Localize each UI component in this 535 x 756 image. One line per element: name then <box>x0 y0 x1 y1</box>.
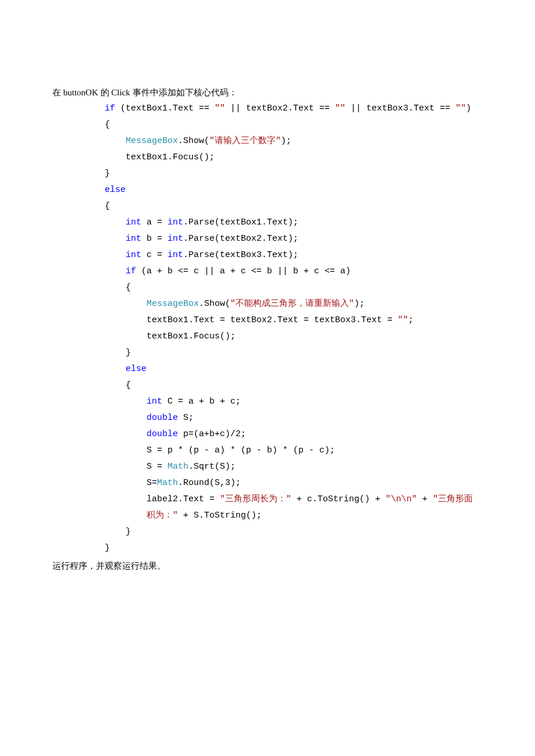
brace: { <box>105 201 110 211</box>
intro-suffix: 事件中添加如下核心代码： <box>133 88 237 97</box>
code-text: .Parse(textBox3.Text); <box>183 250 298 260</box>
code-block: if (textBox1.Text == "" || textBox2.Text… <box>105 101 483 557</box>
str: "" <box>455 104 466 113</box>
code-text: S; <box>178 413 194 423</box>
intro-mid1: 的 <box>101 88 112 97</box>
str: "不能构成三角形，请重新输入" <box>230 299 354 309</box>
kw-int: int <box>126 217 141 227</box>
intro-prefix: 在 <box>52 88 63 97</box>
kw-int: int <box>167 234 183 244</box>
intro-line: 在 buttonOK 的 Click 事件中添加如下核心代码： <box>52 84 483 101</box>
str: "" <box>215 104 225 113</box>
code-text: textBox1.Focus(); <box>105 331 236 341</box>
indent <box>105 234 126 244</box>
code-text: + <box>417 494 433 504</box>
kw-else: else <box>126 364 147 374</box>
code-text: textBox1.Text = textBox2.Text = textBox3… <box>105 315 398 325</box>
code-text: .Round(S,3); <box>178 478 241 488</box>
code-text: c = <box>141 250 167 260</box>
code-text: S = <box>105 462 167 472</box>
str: "" <box>335 104 345 113</box>
kw-if: if <box>105 104 115 113</box>
code-text: ); <box>354 299 365 309</box>
indent <box>105 136 126 146</box>
str: "三角形周长为：" <box>220 494 291 504</box>
kw-int: int <box>167 250 183 260</box>
code-text: || textBox3.Text == <box>345 104 455 113</box>
str: "" <box>398 315 408 325</box>
indent <box>105 413 147 423</box>
brace: { <box>105 380 131 390</box>
indent <box>105 397 147 406</box>
brace: } <box>105 169 110 179</box>
code-text: S = p * (p - a) * (p - b) * (p - c); <box>105 445 335 455</box>
indent <box>105 511 147 520</box>
type-math: Math <box>167 462 188 472</box>
kw-if: if <box>126 266 136 276</box>
brace: } <box>105 527 131 537</box>
code-text: ; <box>408 315 413 325</box>
indent <box>105 217 126 227</box>
code-text: C = a + b + c; <box>162 397 241 406</box>
code-text: .Show( <box>199 299 230 309</box>
brace: { <box>105 120 110 130</box>
code-text: .Sqrt(S); <box>188 462 236 472</box>
indent <box>105 299 147 309</box>
brace: { <box>105 283 131 293</box>
type-messagebox: MessageBox <box>147 299 199 309</box>
brace: } <box>105 543 110 553</box>
kw-else: else <box>105 185 126 195</box>
indent <box>105 429 147 439</box>
code-text: + c.ToString() + <box>291 494 386 504</box>
str: "请输入三个数字" <box>209 136 281 146</box>
code-text: S= <box>105 478 157 488</box>
indent <box>105 364 126 374</box>
intro-en2: Click <box>111 88 132 97</box>
code-text: || textBox2.Text == <box>225 104 335 113</box>
indent <box>105 250 126 260</box>
code-text: + S.ToString(); <box>178 511 262 520</box>
code-text: label2.Text = <box>105 494 220 504</box>
code-text: textBox1.Focus(); <box>105 152 215 162</box>
code-text: (textBox1.Text == <box>115 104 215 113</box>
kw-double: double <box>147 413 178 423</box>
code-text: p=(a+b+c)/2; <box>178 429 246 439</box>
code-text: .Show( <box>178 136 209 146</box>
code-text: (a + b <= c || a + c <= b || b + c <= a) <box>136 266 351 276</box>
str: "三角形面 <box>433 494 473 504</box>
kw-int: int <box>126 234 141 244</box>
code-text: a = <box>141 217 167 227</box>
kw-int: int <box>126 250 141 260</box>
code-text: .Parse(textBox1.Text); <box>183 217 298 227</box>
code-text: b = <box>141 234 167 244</box>
kw-int: int <box>147 397 162 406</box>
kw-double: double <box>147 429 178 439</box>
code-text: ); <box>281 136 291 146</box>
str: "\n\n" <box>386 494 417 504</box>
indent <box>105 266 126 276</box>
intro-en1: buttonOK <box>63 88 101 97</box>
type-messagebox: MessageBox <box>126 136 178 146</box>
brace: } <box>105 348 131 358</box>
str: 积为：" <box>147 511 178 520</box>
kw-int: int <box>167 217 183 227</box>
type-math: Math <box>157 478 178 488</box>
code-text: .Parse(textBox2.Text); <box>183 234 298 244</box>
footer-line: 运行程序，并观察运行结果。 <box>52 558 483 574</box>
document-page: 在 buttonOK 的 Click 事件中添加如下核心代码： if (text… <box>0 0 535 609</box>
code-text: ) <box>466 104 471 113</box>
